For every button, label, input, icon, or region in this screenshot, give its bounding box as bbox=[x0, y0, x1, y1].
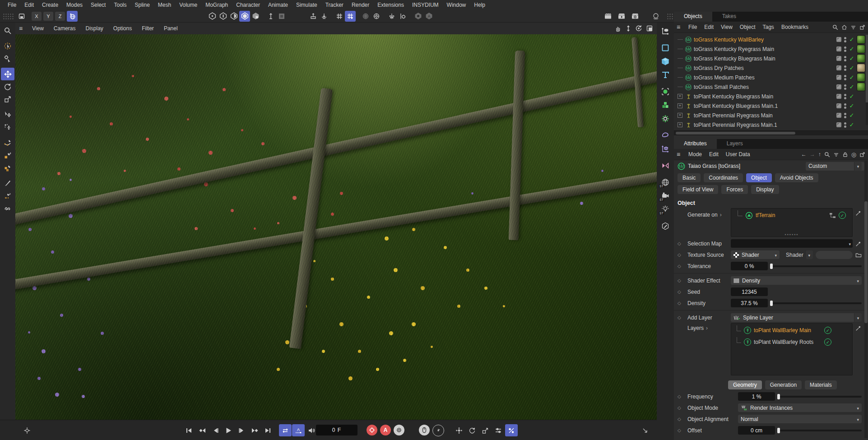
enabled-check-icon[interactable] bbox=[839, 212, 846, 219]
axis-z-toggle[interactable]: Z bbox=[55, 12, 65, 21]
rotate-icon[interactable] bbox=[1, 80, 14, 93]
expand-diamond-icon[interactable] bbox=[678, 394, 687, 399]
palette-drag-handle[interactable] bbox=[3, 13, 14, 19]
prev-frame-icon[interactable] bbox=[209, 424, 222, 436]
eyedropper-icon[interactable] bbox=[855, 241, 862, 247]
material-thumbnail[interactable] bbox=[857, 73, 865, 82]
modeling-settings-gear-icon[interactable] bbox=[397, 11, 408, 22]
menu-mesh[interactable]: Mesh bbox=[154, 2, 175, 8]
edge-mode-shield-icon[interactable] bbox=[218, 11, 228, 22]
objects-menu-view[interactable]: View bbox=[717, 24, 736, 30]
menu-render[interactable]: Render bbox=[348, 2, 373, 8]
visibility-dots[interactable] bbox=[843, 103, 847, 109]
expand-diamond-icon[interactable] bbox=[678, 241, 687, 246]
density-slider[interactable] bbox=[771, 302, 862, 304]
viewport-menu-options[interactable]: Options bbox=[108, 25, 137, 32]
enabled-check-icon[interactable] bbox=[849, 83, 855, 90]
render-settings-clapper-icon[interactable] bbox=[630, 11, 641, 22]
tab-attributes[interactable]: Attributes bbox=[674, 139, 717, 149]
axis-icon[interactable] bbox=[265, 11, 276, 22]
hamburger-icon[interactable] bbox=[677, 23, 685, 31]
deformer-icon[interactable] bbox=[658, 129, 673, 142]
object-row[interactable]: toGrass Kentucky Ryegrass Main bbox=[676, 44, 868, 54]
render-picture-viewer-clapper-icon[interactable] bbox=[616, 11, 627, 22]
attributes-menu-edit[interactable]: Edit bbox=[706, 151, 722, 157]
forward-arrow-icon[interactable]: → bbox=[810, 151, 815, 157]
tab-forces[interactable]: Forces bbox=[721, 185, 748, 194]
mouse-icon[interactable] bbox=[419, 425, 430, 435]
point-mode-shield-icon[interactable] bbox=[207, 11, 218, 22]
home-icon[interactable] bbox=[841, 24, 847, 30]
frame-field[interactable]: 0 F bbox=[316, 425, 357, 435]
object-mode-dropdown[interactable]: Render Instances bbox=[738, 403, 862, 412]
symmetry-icon[interactable] bbox=[658, 159, 673, 172]
axis-locator-icon[interactable] bbox=[21, 424, 33, 436]
frequency-field[interactable]: 1 % bbox=[738, 392, 775, 401]
material-thumbnail[interactable] bbox=[857, 54, 865, 63]
tab-geometry[interactable]: Geometry bbox=[728, 380, 762, 389]
texture-mode-shield-icon[interactable] bbox=[250, 11, 261, 22]
visibility-dots[interactable] bbox=[843, 46, 847, 52]
object-row[interactable]: toGrass Small Patches bbox=[676, 82, 868, 92]
expand-diamond-icon[interactable] bbox=[678, 264, 687, 269]
expand-icon[interactable] bbox=[678, 122, 682, 127]
light-bulb-icon[interactable]: ST bbox=[658, 203, 673, 216]
attributes-menu-userdata[interactable]: User Data bbox=[722, 151, 754, 157]
popout-icon[interactable] bbox=[859, 152, 865, 157]
axis-x-toggle[interactable]: X bbox=[32, 12, 42, 21]
move-icon[interactable] bbox=[1, 68, 14, 80]
box-tool-icon[interactable] bbox=[16, 11, 27, 22]
timer-icon[interactable] bbox=[432, 425, 444, 436]
enabled-check-icon[interactable] bbox=[849, 112, 855, 119]
object-row[interactable]: toGrass Dry Patches bbox=[676, 63, 868, 73]
viewport-menu-cameras[interactable]: Cameras bbox=[49, 25, 81, 32]
next-frame-icon[interactable] bbox=[235, 424, 248, 436]
keying-settings-gear-icon[interactable] bbox=[394, 425, 404, 435]
enabled-check-icon[interactable] bbox=[849, 93, 855, 100]
enabled-check-icon[interactable] bbox=[849, 65, 855, 71]
layer-badge[interactable] bbox=[836, 113, 841, 118]
tolerance-field[interactable]: 0 % bbox=[731, 262, 768, 270]
sky-globe-icon[interactable]: ST bbox=[658, 176, 673, 189]
expand-diamond-icon[interactable] bbox=[678, 278, 687, 283]
snap-gear-icon[interactable] bbox=[371, 11, 382, 22]
tab-coordinates[interactable]: Coordinates bbox=[704, 173, 743, 182]
menu-modes[interactable]: Modes bbox=[62, 2, 87, 8]
goto-start-icon[interactable] bbox=[183, 424, 195, 436]
text-icon[interactable] bbox=[658, 68, 673, 82]
folder-icon[interactable] bbox=[855, 252, 862, 258]
grid-snap-icon[interactable] bbox=[345, 11, 356, 22]
visibility-dots[interactable] bbox=[843, 37, 847, 42]
tolerance-slider[interactable] bbox=[771, 265, 862, 267]
axis-y-toggle[interactable]: Y bbox=[43, 12, 53, 21]
generator-gear-icon[interactable] bbox=[658, 112, 673, 125]
layer-badge[interactable] bbox=[836, 37, 841, 42]
layer-badge[interactable] bbox=[836, 46, 841, 51]
layers-listbox[interactable]: toPlant WallBarley Main toPlant WallBarl… bbox=[731, 323, 853, 375]
hamburger-icon[interactable] bbox=[677, 151, 685, 158]
snap-circles-icon[interactable] bbox=[360, 11, 371, 22]
generate-on-linkbox[interactable]: tfTerrain bbox=[731, 208, 853, 237]
layer-badge[interactable] bbox=[836, 84, 841, 89]
cube-icon[interactable] bbox=[658, 55, 673, 68]
material-sphere-icon[interactable] bbox=[650, 11, 661, 22]
visibility-dots[interactable] bbox=[843, 94, 847, 99]
coordinate-system-globe-icon[interactable] bbox=[67, 11, 78, 22]
menu-animate[interactable]: Animate bbox=[264, 2, 292, 8]
enabled-check-icon[interactable] bbox=[824, 327, 831, 334]
material-thumbnail[interactable] bbox=[857, 64, 865, 72]
visibility-dots[interactable] bbox=[843, 56, 847, 61]
objects-menu-tags[interactable]: Tags bbox=[759, 24, 778, 30]
expand-icon[interactable] bbox=[678, 94, 682, 99]
expand-icon[interactable] bbox=[678, 113, 682, 118]
viewport-solo-a-shield-icon[interactable]: A bbox=[423, 11, 434, 22]
record-keyframe-icon[interactable] bbox=[367, 425, 377, 435]
object-row[interactable]: toGrass Kentucky Bluegrass Main bbox=[676, 54, 868, 63]
tab-materials[interactable]: Materials bbox=[805, 380, 837, 389]
frequency-slider[interactable] bbox=[779, 396, 862, 398]
position-key-icon[interactable] bbox=[453, 424, 465, 436]
tab-takes[interactable]: Takes bbox=[712, 12, 746, 22]
layer-badge[interactable] bbox=[836, 65, 841, 70]
expand-diamond-icon[interactable] bbox=[678, 301, 687, 306]
rectangle-icon[interactable] bbox=[658, 41, 673, 55]
